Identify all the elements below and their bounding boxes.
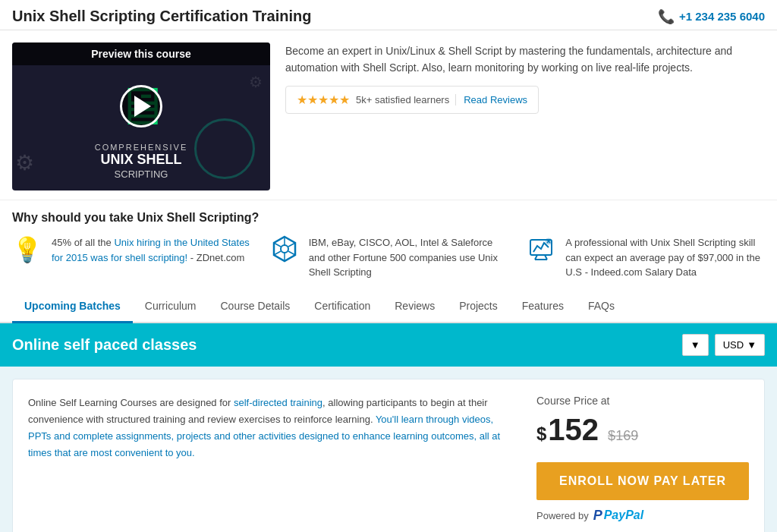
price-symbol: $	[536, 423, 546, 444]
why-icon-1: 💡	[12, 235, 42, 264]
price-old: $169	[608, 428, 638, 444]
why-icon-2	[269, 235, 300, 269]
phone-number: +1 234 235 6040	[679, 10, 765, 23]
play-button-area[interactable]: 🖥	[115, 76, 168, 137]
paypal-p: P	[593, 508, 602, 524]
learners-count: 5k+ satisfied learners	[356, 94, 449, 105]
batch-dropdown-1[interactable]: ▼	[682, 334, 709, 356]
why-points: 💡 45% of all the Unix hiring in the Unit…	[12, 235, 765, 280]
svg-line-4	[274, 243, 281, 247]
batch-header-right: ▼ USD ▼	[682, 334, 765, 356]
enroll-button[interactable]: ENROLL NOW PAY LATER	[536, 462, 749, 500]
star-rating: ★★★★★	[297, 93, 350, 107]
svg-point-1	[281, 245, 288, 253]
why-point-2: IBM, eBay, CISCO, AOL, Intel & Saleforce…	[269, 235, 508, 280]
why-title: Why should you take Unix Shell Scripting…	[12, 211, 765, 225]
price-old-value: 169	[615, 428, 638, 443]
video-line1: COMPREHENSIVE	[95, 143, 188, 152]
currency-label: USD	[723, 339, 744, 351]
course-card: Online Self Learning Courses are designe…	[12, 379, 765, 533]
phone-area: 📞 +1 234 235 6040	[658, 8, 765, 25]
why-point-3: A professional with Unix Shell Scripting…	[526, 235, 765, 280]
nav-tabs: Upcoming Batches Curriculum Course Detai…	[0, 291, 777, 323]
currency-arrow: ▼	[747, 339, 757, 351]
card-description-text: Online Self Learning Courses are designe…	[28, 395, 514, 461]
why-text-2: IBM, eBay, CISCO, AOL, Intel & Saleforce…	[309, 235, 508, 280]
batch-header: Online self paced classes ▼ USD ▼	[0, 323, 777, 367]
tab-features[interactable]: Features	[510, 291, 576, 323]
price-symbol-old: $	[608, 428, 615, 443]
tab-upcoming-batches[interactable]: Upcoming Batches	[12, 291, 133, 323]
gear-right-icon: ⚙	[249, 73, 263, 91]
svg-line-6	[288, 243, 295, 247]
circle-decoration	[194, 118, 255, 179]
tab-course-details[interactable]: Course Details	[209, 291, 303, 323]
why-icon-3	[526, 235, 556, 269]
batch-header-title: Online self paced classes	[12, 336, 197, 354]
tab-curriculum[interactable]: Curriculum	[133, 291, 209, 323]
why-text-3: A professional with Unix Shell Scripting…	[565, 235, 765, 280]
card-description: Online Self Learning Courses are designe…	[28, 395, 514, 461]
play-button[interactable]	[120, 85, 162, 127]
play-triangle-icon	[134, 96, 151, 117]
video-text: COMPREHENSIVE UNIX SHELL SCRIPTING	[95, 143, 188, 180]
powered-by-label: Powered by	[536, 510, 589, 521]
dropdown-arrow-1: ▼	[690, 339, 700, 351]
pricing-area: Course Price at $152 $169 ENROLL NOW PAY…	[536, 395, 749, 524]
currency-dropdown[interactable]: USD ▼	[715, 334, 765, 356]
tab-faqs[interactable]: FAQs	[576, 291, 627, 323]
price-current: 152	[548, 413, 599, 446]
card-section: Online Self Learning Courses are designe…	[0, 367, 777, 533]
course-description: Become an expert in Unix/Linux & Shell S…	[285, 42, 765, 77]
video-line2: UNIX SHELL	[95, 152, 188, 168]
why-point-1: 💡 45% of all the Unix hiring in the Unit…	[12, 235, 251, 280]
page-title: Unix Shell Scripting Certification Train…	[12, 8, 312, 25]
gear-left-icon: ⚙	[15, 150, 34, 175]
price-row: $152 $169	[536, 413, 749, 447]
tab-projects[interactable]: Projects	[447, 291, 510, 323]
reviews-box: ★★★★★ 5k+ satisfied learners Read Review…	[285, 86, 539, 114]
video-line3: SCRIPTING	[95, 168, 188, 180]
svg-line-7	[274, 251, 281, 255]
video-label: Preview this course	[12, 42, 270, 65]
why-text-1: 45% of all the Unix hiring in the United…	[52, 235, 251, 265]
why-section: Why should you take Unix Shell Scripting…	[0, 200, 777, 291]
svg-line-5	[288, 251, 295, 255]
current-price: $152	[536, 413, 599, 447]
price-label: Course Price at	[536, 395, 749, 407]
read-reviews-link[interactable]: Read Reviews	[455, 94, 527, 105]
paypal-text: PayPal	[604, 508, 643, 522]
tab-reviews[interactable]: Reviews	[382, 291, 447, 323]
tab-certification[interactable]: Certification	[302, 291, 382, 323]
phone-icon: 📞	[658, 8, 675, 25]
paypal-logo: PPayPal	[593, 508, 644, 524]
video-thumbnail[interactable]: Preview this course ⚙ ⚙ 🖥 COMPREHENSIVE …	[12, 42, 270, 190]
course-description-area: Become an expert in Unix/Linux & Shell S…	[285, 42, 765, 190]
paypal-row: Powered by PPayPal	[536, 508, 749, 524]
